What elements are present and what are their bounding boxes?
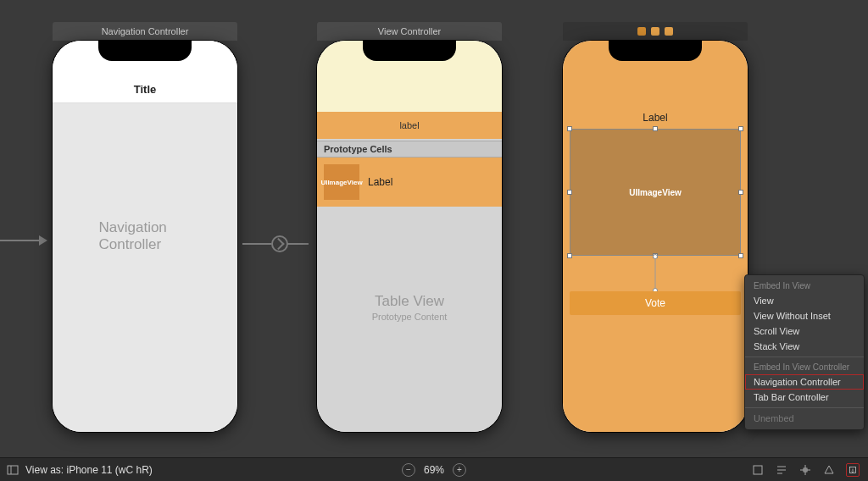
menu-item-navigation-controller[interactable]: Navigation Controller [745, 374, 864, 390]
scene-title-view[interactable]: View Controller [317, 22, 502, 41]
embed-in-menu[interactable]: Embed In View View View Without Inset Sc… [744, 274, 865, 430]
scene-title-label: View Controller [378, 26, 441, 36]
embed-in-icon[interactable] [846, 463, 860, 477]
notch-icon [609, 41, 702, 61]
nav-root-view: Title Navigation Controller [53, 41, 237, 432]
zoom-level[interactable]: 69% [424, 464, 444, 476]
notch-icon [98, 41, 192, 61]
cell-label[interactable]: Label [368, 176, 392, 188]
menu-item-view[interactable]: View [745, 293, 864, 308]
resize-handle[interactable] [738, 190, 743, 195]
prototype-cells-header: Prototype Cells [317, 141, 502, 158]
resolve-issues-icon[interactable] [822, 463, 836, 477]
menu-item-tab-bar-controller[interactable]: Tab Bar Controller [745, 390, 864, 405]
segue-icon [271, 235, 288, 252]
detail-label[interactable]: Label [563, 112, 748, 124]
tableview-title: Table View [317, 293, 502, 310]
view-controller-icon[interactable] [637, 27, 646, 36]
nav-bar-title: Title [134, 83, 157, 96]
zoom-in-button[interactable]: + [453, 463, 466, 477]
phone-list-controller[interactable]: label Prototype Cells UIImageView Label … [317, 41, 502, 432]
resize-handle[interactable] [567, 190, 572, 195]
menu-section-header: Embed In View Controller [745, 360, 864, 374]
phone-nav-controller[interactable]: Title Navigation Controller [53, 41, 237, 432]
align-icon[interactable] [775, 463, 788, 477]
storyboard-canvas[interactable]: Navigation Controller Title Navigation C… [0, 0, 868, 457]
nav-placeholder-label: Navigation Controller [99, 219, 192, 253]
scene-title-detail[interactable] [563, 22, 748, 41]
svg-rect-0 [8, 466, 18, 474]
list-root-view: label Prototype Cells UIImageView Label … [317, 41, 502, 432]
constraint-anchor[interactable] [653, 254, 658, 259]
prototype-cell[interactable]: UIImageView Label [317, 158, 502, 207]
detail-root-view[interactable]: Label UIImageView Vote [563, 41, 748, 432]
list-header-label[interactable]: label [317, 112, 502, 139]
constraint-connector[interactable] [655, 256, 656, 290]
tableview-placeholder: Table View Prototype Content [317, 293, 502, 322]
menu-item-stack-view[interactable]: Stack View [745, 339, 864, 354]
add-constraints-icon[interactable] [798, 463, 812, 477]
notch-icon [363, 41, 456, 61]
scene-object-icons[interactable] [637, 27, 673, 36]
resize-handle[interactable] [567, 126, 572, 131]
menu-separator [745, 407, 864, 408]
scene-title-nav[interactable]: Navigation Controller [53, 22, 237, 41]
menu-section-header: Embed In View [745, 279, 864, 293]
scene-title-label: Navigation Controller [102, 26, 189, 36]
view-as-label[interactable]: View as: iPhone 11 (wC hR) [25, 464, 153, 476]
detail-imageview[interactable]: UIImageView [570, 129, 741, 256]
resize-handle[interactable] [738, 126, 743, 131]
canvas-bottom-bar: View as: iPhone 11 (wC hR) − 69% + [0, 457, 868, 481]
segue-root[interactable] [242, 235, 309, 252]
detail-imageview-selection[interactable]: UIImageView [570, 129, 741, 256]
menu-separator [745, 357, 864, 357]
phone-detail-controller[interactable]: Label UIImageView Vote [563, 41, 748, 432]
panel-toggle-icon[interactable] [7, 464, 19, 476]
svg-rect-2 [754, 466, 762, 474]
resize-handle[interactable] [653, 126, 658, 131]
resize-handle[interactable] [567, 253, 572, 258]
update-frames-icon[interactable] [751, 463, 765, 477]
menu-item-scroll-view[interactable]: Scroll View [745, 323, 864, 339]
entry-point-arrow[interactable] [0, 235, 47, 246]
exit-icon[interactable] [665, 27, 673, 36]
resize-handle[interactable] [738, 253, 743, 258]
first-responder-icon[interactable] [651, 27, 659, 36]
cell-imageview[interactable]: UIImageView [324, 164, 359, 200]
tableview-subtitle: Prototype Content [317, 312, 502, 322]
menu-item-unembed: Unembed [745, 411, 864, 426]
zoom-out-button[interactable]: − [402, 463, 415, 477]
vote-button[interactable]: Vote [570, 291, 741, 315]
menu-item-view-without-inset[interactable]: View Without Inset [745, 308, 864, 323]
